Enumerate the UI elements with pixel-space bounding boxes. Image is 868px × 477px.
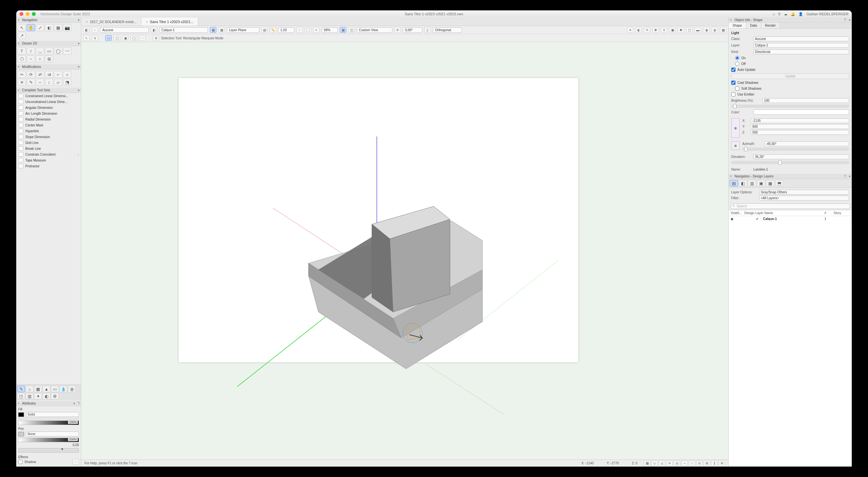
pan-tool-icon[interactable]: ↖ <box>18 24 26 31</box>
plane-toggle-icon[interactable]: ▦ <box>210 27 216 33</box>
render-wireframe-icon[interactable]: ✦ <box>627 27 633 33</box>
use-emitter-checkbox[interactable] <box>731 92 736 96</box>
line-weight-slider[interactable]: ▼ <box>18 448 79 453</box>
list-item[interactable]: Arc Length Dimension <box>17 111 80 116</box>
y-field[interactable]: 600 <box>751 124 849 129</box>
drawing-canvas[interactable] <box>81 42 728 459</box>
menu-icon[interactable]: ▾ <box>78 88 80 92</box>
home-icon[interactable]: ⌂ <box>773 12 775 16</box>
layer-dropdown[interactable]: Calque-1 <box>753 43 849 48</box>
x-field[interactable]: -2135 <box>751 118 849 123</box>
fill-mode-dropdown[interactable]: Solid <box>26 412 79 417</box>
close-window-icon[interactable] <box>20 12 23 16</box>
section-icon[interactable]: ▬ <box>694 27 701 33</box>
move-tool-icon[interactable]: ↕ <box>45 79 53 86</box>
freehand-tool-icon[interactable]: ~ <box>27 55 35 62</box>
camera-match-icon[interactable]: ▦ <box>720 27 726 33</box>
help-icon[interactable]: ? <box>844 18 846 22</box>
search-icon[interactable]: ⚲ <box>778 12 781 16</box>
cloud-icon[interactable]: ☁ <box>784 12 787 16</box>
snap-settings-icon[interactable]: ⚙ <box>719 460 725 466</box>
shear-tool-icon[interactable]: ⬔ <box>63 79 71 86</box>
saved-views-tab-icon[interactable]: ▦ <box>766 180 774 186</box>
list-item[interactable]: Constrained Linear Dimensi... <box>17 93 80 99</box>
viewports-tab-icon[interactable]: ▣ <box>757 180 765 186</box>
model3d-toolset-icon[interactable]: ◍ <box>68 386 76 392</box>
suspend-snap-icon[interactable]: ‖ <box>711 460 718 466</box>
lasso-mode-icon[interactable]: ↯ <box>92 35 98 41</box>
hand-tool-icon[interactable]: ✋ <box>27 24 35 31</box>
camera-tool-icon[interactable]: 📷 <box>63 24 71 31</box>
menu-icon[interactable]: ▾ <box>849 175 850 178</box>
render-shaded-icon[interactable]: ◐ <box>636 27 642 33</box>
building-toolset-icon[interactable]: ⌂ <box>26 386 33 392</box>
class-menu-icon[interactable]: ◧ <box>83 27 90 33</box>
heliodon-icon[interactable]: ◑ <box>703 27 710 33</box>
view-dropdown[interactable]: Custom View <box>357 27 393 33</box>
document-tab[interactable]: ×Sans Titre 1 v2023 v2021... <box>141 18 198 26</box>
zoom-window-icon[interactable] <box>32 12 36 16</box>
tab-data[interactable]: Data <box>746 23 761 28</box>
list-item[interactable]: Grid Line <box>17 140 80 146</box>
menu-icon[interactable]: ▾ <box>78 65 80 68</box>
close-icon[interactable]: × <box>18 401 20 405</box>
angle-field[interactable]: 0,00° <box>403 27 422 33</box>
list-item[interactable]: Hyperlink <box>17 128 80 134</box>
flyover-tool-icon[interactable]: ◐ <box>45 24 53 31</box>
col-name[interactable]: Design Layer Name <box>744 211 822 215</box>
views-icon[interactable]: ▤ <box>261 27 268 33</box>
projection-icon[interactable]: ▯ <box>424 27 431 33</box>
zoom-in-icon[interactable]: + <box>313 27 320 33</box>
view-cube-icon[interactable]: ◫ <box>348 27 355 33</box>
document-tab[interactable]: ×1817_02 SOLANDER existi... <box>81 18 141 26</box>
push-pull-icon[interactable]: ⇕ <box>661 27 667 33</box>
tab-shape[interactable]: Shape <box>728 23 746 28</box>
close-icon[interactable]: × <box>18 41 20 45</box>
brightness-field[interactable]: 100 <box>763 98 849 103</box>
close-icon[interactable]: × <box>86 20 88 24</box>
close-icon[interactable]: × <box>730 175 732 178</box>
fillet-tool-icon[interactable]: ⌐ <box>54 71 62 78</box>
reshape-tool-icon[interactable]: ⟐ <box>63 71 71 78</box>
filter-dropdown[interactable]: <All Layers> <box>759 196 849 201</box>
detail-toolset-icon[interactable]: ▦ <box>34 386 42 392</box>
list-item[interactable]: Constrain Coincident› <box>17 151 80 157</box>
slider-knob-icon[interactable] <box>778 160 782 165</box>
class-dropdown[interactable]: Aucune <box>100 27 149 33</box>
list-item[interactable]: Radial Dimension <box>17 116 80 122</box>
search-input[interactable]: Search <box>731 203 850 209</box>
snap-angle-icon[interactable]: ∠ <box>659 460 665 466</box>
spotlight-toolset-icon[interactable]: ◐ <box>42 393 50 399</box>
offset-tool-icon[interactable]: ⇉ <box>45 71 53 78</box>
line-tool-icon[interactable]: / <box>27 48 35 55</box>
shadow-settings-icon[interactable]: ⋯ <box>72 459 79 465</box>
visibility-icon[interactable]: ◉ <box>731 217 753 220</box>
menu-icon[interactable]: ▾ <box>73 401 75 405</box>
azimuth-slider[interactable] <box>742 148 849 151</box>
visual-toolset-icon[interactable]: ▥ <box>26 393 33 399</box>
soft-shadows-checkbox[interactable] <box>735 86 739 91</box>
shadow-checkbox[interactable] <box>18 460 23 464</box>
fill-color-swatch[interactable] <box>18 412 24 417</box>
cast-shadows-checkbox[interactable] <box>731 81 736 85</box>
polygon-tool-icon[interactable]: ⬠ <box>18 55 26 62</box>
zoom-dropdown[interactable]: 69% <box>321 27 338 33</box>
classes-tab-icon[interactable]: ◧ <box>739 180 747 186</box>
elevation-slider[interactable] <box>731 161 849 164</box>
attr-mapping-tool-icon[interactable]: ↔ <box>36 79 44 86</box>
walkthrough-tool-icon[interactable]: ▦ <box>54 24 62 31</box>
list-item[interactable]: Break Line <box>17 146 80 151</box>
marquee-mode-icon[interactable]: ▭ <box>105 35 112 41</box>
close-icon[interactable]: × <box>146 20 148 24</box>
slider-knob-icon[interactable] <box>733 104 737 109</box>
projection-dropdown[interactable]: Orthogonal <box>433 27 462 33</box>
table-row[interactable]: ◉ ✔ Calque-1 1 <box>728 216 852 221</box>
color-picker[interactable] <box>753 110 849 115</box>
pen-mode-dropdown[interactable]: None <box>26 431 79 437</box>
help-icon[interactable]: ? <box>844 175 846 178</box>
cursor-mode-icon[interactable]: ↖ <box>83 35 90 41</box>
snap-tangent-icon[interactable]: ⊙ <box>696 460 703 466</box>
locus-tool-icon[interactable]: ⊞ <box>45 55 53 62</box>
class-menu-arrow-icon[interactable]: ‹ <box>92 27 98 33</box>
elevation-field[interactable]: 35,26° <box>753 154 849 159</box>
